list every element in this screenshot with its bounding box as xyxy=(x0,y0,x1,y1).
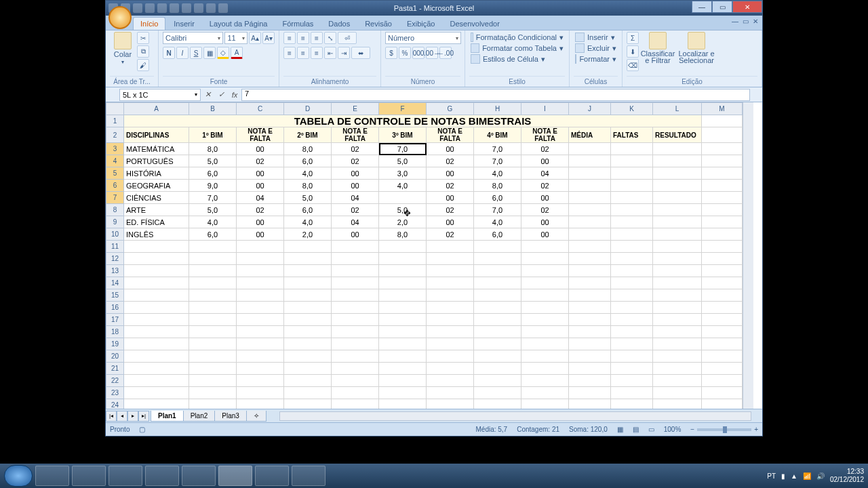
tray-volume-icon[interactable]: 🔊 xyxy=(816,472,825,480)
row-header[interactable]: 22 xyxy=(106,375,124,387)
cell[interactable] xyxy=(521,399,569,409)
align-top-button[interactable]: ≡ xyxy=(283,32,296,44)
cell[interactable] xyxy=(611,277,653,289)
cell[interactable] xyxy=(284,277,332,289)
cell[interactable]: 8,0 xyxy=(284,180,332,192)
cell[interactable]: 00 xyxy=(427,216,474,228)
cell[interactable] xyxy=(124,265,189,277)
cell[interactable] xyxy=(611,338,653,350)
cell[interactable]: 00 xyxy=(521,228,569,241)
cell[interactable] xyxy=(653,387,702,399)
cell[interactable] xyxy=(427,302,474,314)
cell[interactable] xyxy=(702,155,743,167)
cell[interactable] xyxy=(427,277,474,289)
cell[interactable]: 8,0 xyxy=(284,143,332,155)
cell[interactable] xyxy=(427,241,474,253)
cell[interactable] xyxy=(702,326,743,338)
cell[interactable] xyxy=(611,387,653,399)
cell[interactable] xyxy=(653,399,702,409)
minimize-button[interactable]: — xyxy=(692,1,712,13)
cell[interactable]: 7,0 xyxy=(474,204,521,216)
cell[interactable] xyxy=(237,375,284,387)
qat-icon[interactable] xyxy=(206,3,216,13)
cell[interactable] xyxy=(569,289,611,302)
row-header[interactable]: 11 xyxy=(106,241,124,253)
cell[interactable] xyxy=(653,265,702,277)
cell[interactable] xyxy=(427,326,474,338)
cell[interactable] xyxy=(474,253,521,265)
cell[interactable] xyxy=(569,375,611,387)
find-select-button[interactable]: Localizar e Selecionar xyxy=(677,32,716,64)
cell[interactable] xyxy=(189,265,237,277)
cell[interactable] xyxy=(611,216,653,228)
cell[interactable]: 4º BIM xyxy=(474,127,521,143)
cell[interactable] xyxy=(124,399,189,409)
cell[interactable] xyxy=(569,253,611,265)
align-left-button[interactable]: ≡ xyxy=(283,47,296,59)
cell[interactable]: 3,0 xyxy=(379,167,427,180)
cell[interactable]: 6,0 xyxy=(189,228,237,241)
cell[interactable] xyxy=(521,387,569,399)
cell[interactable]: 5,0 xyxy=(379,155,427,167)
cell[interactable] xyxy=(379,399,427,409)
cell[interactable] xyxy=(474,375,521,387)
cell[interactable] xyxy=(653,253,702,265)
cell[interactable] xyxy=(124,375,189,387)
mdi-minimize-icon[interactable]: — xyxy=(732,18,738,25)
cell[interactable] xyxy=(521,338,569,350)
format-as-table-button[interactable]: Formatar como Tabela ▾ xyxy=(469,43,565,54)
cell[interactable]: DISCIPLINAS xyxy=(124,127,189,143)
cell[interactable] xyxy=(124,363,189,375)
tab-formulas[interactable]: Fórmulas xyxy=(276,18,321,30)
cell[interactable]: 00 xyxy=(332,228,379,241)
office-button[interactable] xyxy=(108,6,132,29)
align-right-button[interactable]: ≡ xyxy=(311,47,323,59)
cell[interactable] xyxy=(332,253,379,265)
row-header[interactable]: 19 xyxy=(106,338,124,350)
cell[interactable]: 02 xyxy=(332,155,379,167)
cell[interactable] xyxy=(124,338,189,350)
cell[interactable]: 04 xyxy=(332,192,379,204)
font-size-combo[interactable]: 11▾ xyxy=(224,32,248,44)
col-header-M[interactable]: M xyxy=(702,103,743,115)
cell[interactable]: 8,0 xyxy=(474,180,521,192)
tray-flag-icon[interactable]: ▮ xyxy=(781,472,785,480)
row-header[interactable]: 15 xyxy=(106,289,124,302)
cell[interactable] xyxy=(124,277,189,289)
taskbar-app-button[interactable] xyxy=(108,466,142,486)
sort-filter-button[interactable]: Classificar e Filtrar xyxy=(640,32,675,64)
qat-icon[interactable] xyxy=(194,3,203,13)
taskbar-explorer-button[interactable] xyxy=(35,466,69,486)
cell[interactable] xyxy=(124,326,189,338)
copy-button[interactable]: ⧉ xyxy=(137,45,149,58)
merge-button[interactable]: ⬌ xyxy=(351,47,370,59)
cell[interactable] xyxy=(427,253,474,265)
enter-icon[interactable]: ✓ xyxy=(214,90,228,99)
cell[interactable] xyxy=(379,289,427,302)
cell[interactable] xyxy=(332,350,379,363)
cell[interactable] xyxy=(284,375,332,387)
col-header-F[interactable]: F xyxy=(379,103,427,115)
cell[interactable] xyxy=(379,363,427,375)
cell[interactable] xyxy=(611,289,653,302)
cell[interactable] xyxy=(427,338,474,350)
cell[interactable] xyxy=(521,289,569,302)
cell[interactable]: CIÊNCIAS xyxy=(124,192,189,204)
cell[interactable]: 00 xyxy=(427,192,474,204)
cell[interactable] xyxy=(237,350,284,363)
cell[interactable] xyxy=(653,326,702,338)
cell[interactable] xyxy=(702,167,743,180)
cell[interactable] xyxy=(189,314,237,326)
cell[interactable] xyxy=(569,350,611,363)
cell[interactable] xyxy=(702,204,743,216)
cell[interactable] xyxy=(427,387,474,399)
tab-inserir[interactable]: Inserir xyxy=(167,18,201,30)
cell[interactable] xyxy=(702,115,743,127)
italic-button[interactable]: I xyxy=(176,47,189,59)
col-header-K[interactable]: K xyxy=(611,103,653,115)
cell[interactable] xyxy=(237,289,284,302)
cell[interactable] xyxy=(611,253,653,265)
cell[interactable] xyxy=(569,204,611,216)
cell[interactable]: 6,0 xyxy=(284,204,332,216)
cell[interactable] xyxy=(237,399,284,409)
